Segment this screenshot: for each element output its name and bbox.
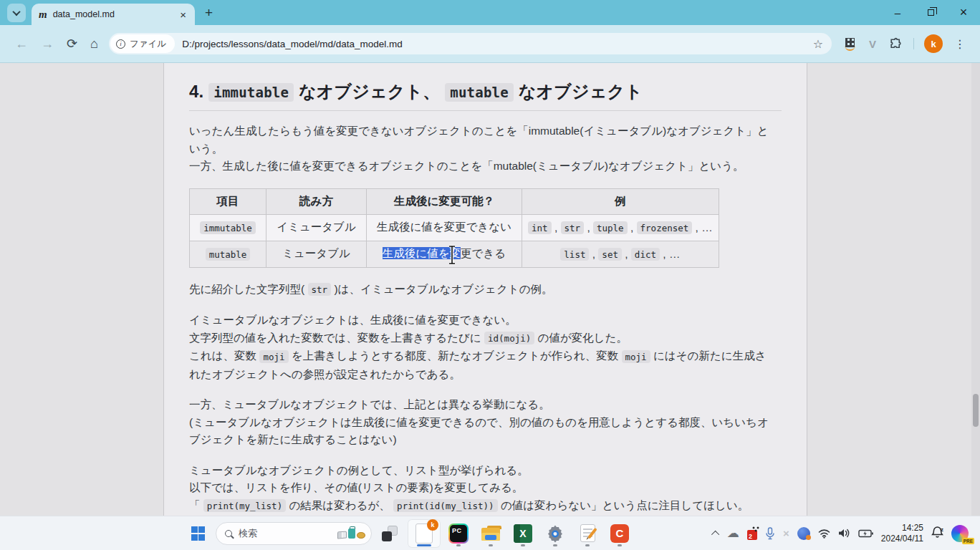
paragraph-line: これは、変数 moji を上書きしようとする都度、新たなオブジェクトが作られ、変… xyxy=(189,347,782,366)
paragraph-line: 以下では、リストを作り、その値(リストの要素)を変更してみる。 xyxy=(189,479,782,497)
markdown-blocks: いったん生成したらもう値を変更できないオブジェクトのことを「immutable(… xyxy=(189,122,782,515)
running-indicator xyxy=(585,544,590,546)
paragraph-line: イミュータブルなオブジェクトは、生成後に値を変更できない。 xyxy=(189,312,782,329)
inline-code: int xyxy=(528,221,552,234)
start-button[interactable] xyxy=(183,519,212,548)
v-extension-icon[interactable]: V xyxy=(869,38,876,50)
notepad-icon xyxy=(580,524,595,542)
text-segment: なオブジェクト、 xyxy=(294,82,445,101)
tab-list-chevron-icon xyxy=(12,7,20,15)
blue-sphere-icon[interactable] xyxy=(797,527,810,540)
table-cell: 生成後に値を変更できない xyxy=(367,214,522,241)
inline-code: immutable xyxy=(208,83,294,102)
paragraph-line: ミュータブルなオブジェクトの例として、リスト型が挙げられる。 xyxy=(189,462,782,480)
running-indicator xyxy=(618,544,622,546)
page-heading: 4. immutable なオブジェクト、 mutable なオブジェクト xyxy=(189,80,782,103)
taskbar-settings[interactable] xyxy=(541,519,570,548)
copilot-icon[interactable]: PRE xyxy=(951,525,969,542)
taskbar-chrome-window[interactable]: k xyxy=(408,519,441,548)
inline-code: moji xyxy=(259,350,288,363)
text-segment: 一方、ミュータブルなオブジェクトでは、上記とは異なる挙動になる。 xyxy=(189,398,550,410)
reload-button[interactable]: ⟳ xyxy=(67,36,77,52)
onedrive-cloud-icon[interactable]: ☁ xyxy=(727,526,739,541)
pycharm-icon: PC xyxy=(448,524,469,544)
tab-close-button[interactable]: × xyxy=(178,9,188,21)
inline-code: id(moji) xyxy=(484,332,534,344)
scrollbar-thumb[interactable] xyxy=(973,394,979,427)
text-segment: の値が変化した。 xyxy=(534,332,628,344)
microphone-icon[interactable] xyxy=(765,527,775,540)
markdown-favicon: m xyxy=(39,9,47,21)
home-button[interactable]: ⌂ xyxy=(90,37,98,52)
inline-code: mutable xyxy=(206,248,251,261)
system-tray: ☁ 2 × 14:25 2024/04/11 z PRE xyxy=(714,523,980,544)
taskbar-camtasia[interactable]: C xyxy=(605,519,634,548)
taskbar-clock[interactable]: 14:25 2024/04/11 xyxy=(881,523,923,544)
text-segment: (ミュータブルなオブジェクトは生成後に値を変更できるので、別の値のものを用意しよ… xyxy=(189,416,769,428)
coin-trinket-icon xyxy=(357,532,365,539)
taskbar-pycharm[interactable]: PC xyxy=(444,519,473,548)
file-scheme-chip[interactable]: i ファイル xyxy=(110,34,175,53)
text-segment: 4. xyxy=(189,82,208,101)
search-label: 検索 xyxy=(239,527,337,540)
profile-avatar[interactable]: k xyxy=(924,34,943,53)
task-view-button[interactable] xyxy=(375,519,404,548)
paragraph-line: 文字列型の値を入れた変数では、変数を上書きするたびに id(moji) の値が変… xyxy=(189,329,782,348)
inline-code: print(id(my_list)) xyxy=(393,499,497,512)
start-icon xyxy=(191,526,205,540)
paragraph-line: 先に紹介した文字列型( str )は、イミュータブルなオブジェクトの例。 xyxy=(189,281,782,299)
paragraph-line: いう。 xyxy=(189,140,782,158)
camtasia-icon: C xyxy=(610,524,629,543)
taskbar-excel[interactable]: X xyxy=(509,519,537,548)
running-indicator xyxy=(521,544,525,546)
text-segment: 生成後に値を変更できない xyxy=(377,221,511,233)
text-segment: ミュータブルなオブジェクトの例として、リスト型が挙げられる。 xyxy=(189,464,529,476)
active-indicator xyxy=(417,544,431,546)
new-tab-button[interactable]: + xyxy=(205,5,213,21)
close-window-button[interactable]: × xyxy=(947,0,980,25)
address-bar[interactable]: i ファイル D:/projects/lessons/data_model/md… xyxy=(109,33,832,54)
forward-button[interactable]: → xyxy=(41,37,54,52)
tray-chevron-up-icon[interactable] xyxy=(711,530,719,538)
taskbar: 検索 k PC X xyxy=(0,516,980,550)
profile-badge: k xyxy=(427,519,438,531)
text-segment: を上書きしようとする都度、新たなオブジェクトが作られ、変数 xyxy=(289,349,622,362)
book-trinket-icon xyxy=(337,531,347,539)
inline-code: tuple xyxy=(593,221,628,234)
browser-tab[interactable]: m data_model.md × xyxy=(32,4,195,25)
table-header-cell: 例 xyxy=(522,188,719,214)
table-header-cell: 項目 xyxy=(190,188,266,214)
desktop: { "browser": { "tab": { "title": "data_m… xyxy=(0,0,980,550)
paragraph-line: 「 print(my_list) の結果は変わるが、 print(id(my_l… xyxy=(189,497,782,516)
window-controls: – × xyxy=(881,0,980,25)
taskbar-search[interactable]: 検索 xyxy=(216,522,372,545)
search-icon xyxy=(225,530,232,537)
battery-icon[interactable] xyxy=(858,529,873,538)
paragraph-line: 一方、ミュータブルなオブジェクトでは、上記とは異なる挙動になる。 xyxy=(189,396,782,414)
taskbar-file-explorer[interactable] xyxy=(476,519,505,548)
tray-red-app-icon[interactable]: 2 xyxy=(747,530,757,540)
url-text[interactable]: D:/projects/lessons/data_model/md/data_m… xyxy=(182,39,813,49)
inline-code: immutable xyxy=(200,221,256,234)
text-segment: れたオブジェクトへの参照が設定されたからである。 xyxy=(189,368,461,380)
qr-extension-icon[interactable] xyxy=(844,38,856,50)
menu-dots-icon[interactable]: ⋮ xyxy=(954,37,966,51)
extensions-puzzle-icon[interactable] xyxy=(889,37,903,51)
toolbar-separator xyxy=(913,38,914,49)
task-view-icon xyxy=(382,526,398,541)
markdown-paragraph: 先に紹介した文字列型( str )は、イミュータブルなオブジェクトの例。 xyxy=(189,281,782,299)
notification-bell[interactable]: z xyxy=(931,526,943,541)
file-chip-label: ファイル xyxy=(130,38,166,50)
speaker-icon[interactable] xyxy=(838,528,850,539)
scrollbar[interactable] xyxy=(971,63,980,516)
taskbar-notepad[interactable] xyxy=(573,519,602,548)
table-cell: ミュータブル xyxy=(266,241,367,267)
wifi-icon[interactable] xyxy=(818,529,830,539)
minimize-button[interactable]: – xyxy=(881,0,914,25)
bookmark-star-icon[interactable]: ☆ xyxy=(813,37,823,51)
text-segment: , xyxy=(589,248,598,260)
markdown-paragraph: イミュータブルなオブジェクトは、生成後に値を変更できない。文字列型の値を入れた変… xyxy=(189,312,782,383)
tab-list-chevron-button[interactable] xyxy=(7,4,26,22)
restore-button[interactable] xyxy=(914,0,947,25)
back-button[interactable]: ← xyxy=(15,37,28,52)
